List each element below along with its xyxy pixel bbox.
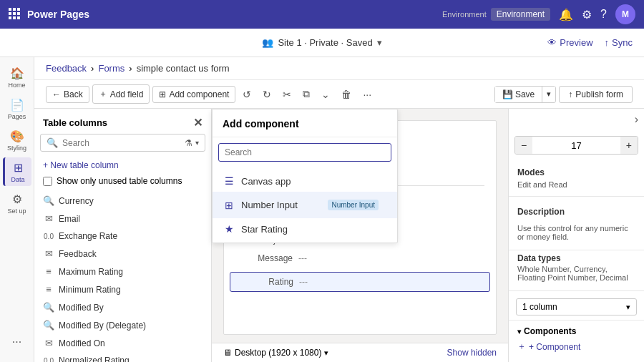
svg-rect-0 (9, 8, 11, 11)
add-component-star-rating[interactable]: ★ Star Rating (213, 218, 397, 240)
sidebar-item-setup[interactable]: ⚙ Set up (3, 189, 31, 217)
desktop-icon: 🖥 (223, 348, 232, 358)
setup-icon: ⚙ (12, 192, 22, 206)
columns-list: 🔍 Currency ✉ Email 0.0 Exchange Rate ✉ F… (34, 192, 211, 362)
exchange-rate-icon: 0.0 (43, 233, 54, 240)
add-component-number-input[interactable]: ⊞ Number Input Number Input (213, 192, 397, 218)
modified-by-del-icon: 🔍 (43, 320, 54, 331)
add-component-search-box[interactable] (218, 143, 391, 162)
nav-icons: 🔔 ⚙ ? M (559, 4, 635, 24)
sync-button[interactable]: ↑ Sync (605, 37, 633, 48)
add-component-title: Add component (213, 109, 397, 137)
feedback-icon: ✉ (43, 248, 54, 259)
column-select-value: 1 column (522, 302, 557, 312)
undo-button[interactable]: ↺ (238, 86, 255, 103)
modes-title: Modes (517, 167, 635, 177)
modes-value: Edit and Read (517, 180, 635, 189)
publish-button[interactable]: ↑ Publish form (559, 86, 633, 103)
notification-icon[interactable]: 🔔 (559, 8, 573, 21)
app-grid-icon[interactable] (9, 8, 20, 21)
columns-panel-close[interactable]: ✕ (193, 116, 203, 129)
svg-rect-8 (17, 16, 20, 19)
show-hidden-button[interactable]: Show hidden (447, 348, 497, 358)
decrement-button[interactable]: − (515, 137, 532, 154)
avatar[interactable]: M (615, 4, 635, 24)
star-rating-icon: ★ (223, 223, 235, 235)
list-item[interactable]: 🔍 Modified By (34, 298, 211, 316)
desktop-chevron[interactable]: ▾ (324, 348, 328, 358)
breadcrumb-part2[interactable]: Forms (98, 63, 125, 74)
chevron-down-button[interactable]: ⌄ (317, 86, 334, 103)
add-field-button[interactable]: ＋ Add field (92, 84, 150, 104)
save-dropdown-button[interactable]: ▾ (542, 87, 555, 102)
back-button[interactable]: ← Back (46, 86, 89, 103)
field-message: Message --- (235, 253, 484, 263)
data-types-title: Data types (509, 253, 644, 265)
show-unused-checkbox[interactable] (43, 177, 52, 186)
sync-icon: ↑ (605, 37, 610, 48)
modes-section: Modes Edit and Read (509, 160, 644, 193)
divider3 (509, 290, 644, 291)
preview-button[interactable]: 👁 Preview (547, 37, 592, 48)
site-info: 👥 Site 1 · Private · Saved ▾ (262, 37, 381, 48)
divider2 (509, 250, 644, 250)
save-button[interactable]: 💾 Save (495, 87, 543, 102)
workspace: Table columns ✕ 🔍 ⚗ ▾ + New table column (34, 109, 644, 362)
column-select[interactable]: 1 column ▾ (516, 298, 637, 315)
list-item[interactable]: ✉ Email (34, 210, 211, 228)
settings-icon[interactable]: ⚙ (582, 8, 592, 21)
sidebar-item-home[interactable]: 🏠 Home (3, 63, 31, 92)
field-message-value: --- (298, 253, 307, 263)
site-dropdown-icon[interactable]: ▾ (377, 37, 382, 48)
description-title: Description (517, 207, 635, 217)
columns-search-box[interactable]: 🔍 ⚗ ▾ (40, 134, 205, 152)
add-comp-plus-icon: ＋ (517, 341, 526, 353)
norm-rating-icon: 0.0 (43, 357, 54, 363)
sidebar-item-styling[interactable]: 🎨 Styling (3, 126, 31, 155)
copy-button[interactable]: ⧉ (298, 85, 314, 103)
filter-button[interactable]: ⚗ ▾ (185, 138, 199, 148)
search-icon: 🔍 (47, 137, 58, 148)
sidebar-item-data[interactable]: ⊞ Data (3, 157, 31, 186)
new-table-column-button[interactable]: + New table column (43, 159, 203, 172)
home-icon: 🏠 (10, 67, 24, 80)
divider1 (509, 196, 644, 197)
sidebar-item-more[interactable]: ··· (3, 328, 31, 356)
increment-button[interactable]: + (620, 137, 638, 154)
help-icon[interactable]: ? (600, 8, 607, 21)
more-button[interactable]: ··· (358, 86, 376, 103)
show-unused-row: Show only unused table columns (43, 175, 203, 187)
svg-rect-1 (13, 8, 16, 11)
delete-button[interactable]: 🗑 (337, 86, 356, 103)
description-section: Description (509, 200, 644, 224)
cut-button[interactable]: ✂ (278, 86, 296, 103)
sidebar-item-pages[interactable]: 📄 Pages (3, 94, 31, 123)
top-nav: Power Pages Environment Environment 🔔 ⚙ … (0, 0, 644, 29)
list-item[interactable]: 🔍 Modified By (Delegate) (34, 316, 211, 334)
redo-button[interactable]: ↻ (258, 86, 275, 103)
add-component-button[interactable]: ⊞ Add component (152, 86, 235, 103)
list-item[interactable]: ✉ Feedback (34, 245, 211, 263)
list-item[interactable]: 0.0 Exchange Rate (34, 228, 211, 245)
collapse-section: › (509, 109, 644, 130)
environment-name[interactable]: Environment (491, 8, 550, 21)
svg-rect-2 (17, 8, 20, 11)
list-item[interactable]: 0.0 Normalized Rating (34, 352, 211, 362)
add-component-search-input[interactable] (225, 147, 385, 157)
search-input[interactable] (62, 138, 180, 148)
add-component-canvas-app[interactable]: ☰ Canvas app (213, 170, 397, 192)
site-info-text: Site 1 · Private · Saved (278, 37, 372, 48)
list-item[interactable]: ✉ Modified On (34, 334, 211, 352)
list-item[interactable]: ≡ Maximum Rating (34, 263, 211, 280)
collapse-button[interactable]: › (635, 113, 638, 126)
list-item[interactable]: ≡ Minimum Rating (34, 280, 211, 298)
list-item[interactable]: 🔍 Currency (34, 192, 211, 210)
app-name: Power Pages (27, 9, 442, 20)
publish-icon: ↑ (568, 89, 572, 99)
site-bar: 👥 Site 1 · Private · Saved ▾ 👁 Preview ↑… (0, 29, 644, 57)
add-component-btn[interactable]: ＋ + Component (517, 341, 635, 353)
field-rating[interactable]: Rating --- (230, 272, 490, 292)
people-icon: 👥 (262, 37, 273, 48)
breadcrumb-sep1: › (91, 63, 94, 74)
breadcrumb-part1[interactable]: Feedback (46, 63, 87, 74)
